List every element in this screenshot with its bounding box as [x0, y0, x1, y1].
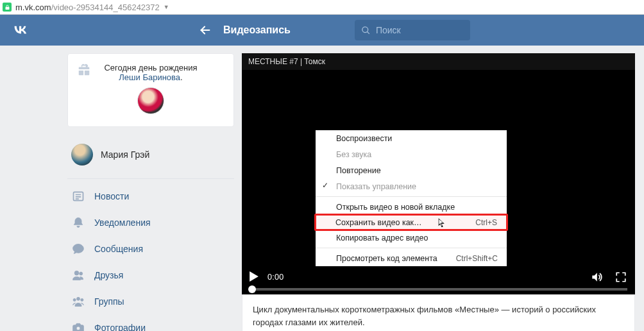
friends-icon [71, 268, 85, 282]
main-nav: Новости Уведомления Сообщения Друзья Гру… [67, 178, 234, 331]
nav-label: Друзья [94, 270, 123, 280]
ctx-copy-video-url[interactable]: Копировать адрес видео [316, 230, 507, 246]
shortcut: Ctrl+S [475, 218, 497, 227]
ctx-mute: Без звука [316, 146, 507, 162]
progress-bar[interactable] [250, 288, 627, 291]
cursor-icon [438, 217, 447, 229]
nav-notifications[interactable]: Уведомления [67, 209, 234, 235]
lock-icon [3, 3, 12, 12]
birthday-avatar[interactable] [137, 87, 164, 114]
svg-point-2 [80, 272, 83, 275]
svg-point-4 [73, 298, 76, 301]
groups-icon [71, 294, 85, 309]
video-controls: 0:00 [242, 259, 635, 294]
nav-label: Уведомления [94, 217, 151, 228]
nav-news[interactable]: Новости [67, 183, 234, 209]
birthday-card[interactable]: Сегодня день рождения Леши Баринова. [67, 53, 234, 127]
left-sidebar: Сегодня день рождения Леши Баринова. Мар… [67, 53, 234, 331]
svg-point-5 [81, 298, 83, 301]
birthday-text: Сегодня день рождения [104, 63, 197, 72]
search-input[interactable]: Поиск [355, 20, 470, 40]
gift-icon [77, 63, 91, 77]
address-host: m.vk.com [15, 3, 51, 12]
video-description: Цикл документальных короткометражных фил… [242, 294, 635, 331]
context-menu: Воспроизвести Без звука Повторение ✓Пока… [316, 130, 507, 266]
news-icon [71, 189, 85, 203]
svg-point-1 [74, 271, 79, 275]
ctx-open-new-tab[interactable]: Открыть видео в новой вкладке [316, 199, 507, 215]
address-path: /video-29534144_456242372 [51, 3, 160, 12]
svg-point-3 [77, 297, 80, 300]
message-icon [71, 242, 85, 256]
dropdown-icon[interactable]: ▼ [164, 4, 169, 10]
vk-logo-icon[interactable] [12, 21, 30, 40]
back-button[interactable] [196, 21, 214, 39]
ctx-save-video-as[interactable]: Сохранить видео как… Ctrl+S [314, 214, 508, 231]
video-title-bar: МЕСТНЫЕ #7 | Томск [242, 53, 635, 70]
profile-row[interactable]: Мария Грэй [67, 139, 234, 174]
video-player[interactable]: Воспроизвести Без звука Повторение ✓Пока… [242, 70, 635, 294]
progress-handle[interactable] [248, 285, 256, 293]
browser-address-bar[interactable]: m.vk.com/video-29534144_456242372 ▼ [0, 0, 644, 15]
nav-messages[interactable]: Сообщения [67, 235, 234, 262]
check-icon: ✓ [322, 181, 328, 190]
nav-label: Сообщения [94, 244, 143, 254]
birthday-name-link[interactable]: Леши Баринова [119, 72, 180, 82]
avatar [71, 144, 93, 166]
app-header: Видеозапись Поиск [0, 15, 644, 46]
content-area: МЕСТНЫЕ #7 | Томск Воспроизвести Без зву… [242, 53, 635, 331]
ctx-show-controls: ✓Показать управление [316, 178, 507, 194]
page-title: Видеозапись [223, 24, 291, 36]
fullscreen-button[interactable] [614, 271, 627, 284]
camera-icon [71, 321, 85, 331]
ctx-play[interactable]: Воспроизвести [316, 130, 507, 146]
ctx-loop[interactable]: Повторение [316, 162, 507, 178]
nav-label: Новости [94, 191, 129, 201]
nav-label: Группы [94, 296, 124, 307]
profile-name: Мария Грэй [101, 149, 149, 160]
nav-label: Фотографии [94, 323, 146, 331]
video-time: 0:00 [267, 273, 284, 282]
nav-photos[interactable]: Фотографии [67, 314, 234, 331]
nav-friends[interactable]: Друзья [67, 262, 234, 288]
volume-button[interactable] [590, 271, 603, 284]
search-placeholder: Поиск [376, 25, 401, 35]
bell-icon [71, 216, 85, 230]
svg-point-6 [76, 327, 80, 330]
play-button[interactable] [250, 271, 258, 284]
nav-groups[interactable]: Группы [67, 288, 234, 314]
